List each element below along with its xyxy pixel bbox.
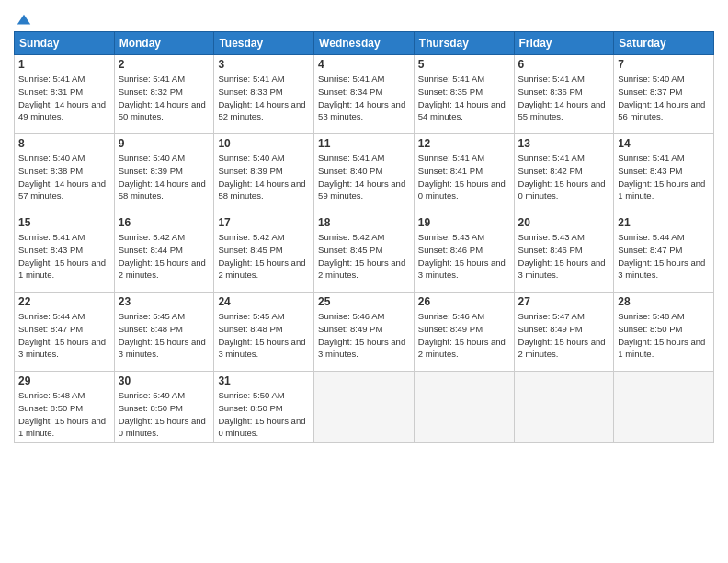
day-info: Sunrise: 5:46 AMSunset: 8:49 PMDaylight:…: [318, 311, 405, 359]
calendar-cell: 20 Sunrise: 5:43 AMSunset: 8:46 PMDaylig…: [514, 213, 614, 293]
weekday-thursday: Thursday: [414, 32, 514, 55]
calendar-cell: [514, 372, 614, 443]
day-number: 12: [418, 137, 510, 150]
calendar-cell: 25 Sunrise: 5:46 AMSunset: 8:49 PMDaylig…: [314, 293, 415, 372]
calendar-cell: 21 Sunrise: 5:44 AMSunset: 8:47 PMDaylig…: [614, 213, 714, 293]
day-number: 19: [418, 216, 510, 229]
day-number: 8: [18, 137, 110, 150]
weekday-wednesday: Wednesday: [314, 32, 415, 55]
calendar-cell: 1 Sunrise: 5:41 AMSunset: 8:31 PMDayligh…: [15, 55, 115, 134]
calendar-cell: 17 Sunrise: 5:42 AMSunset: 8:45 PMDaylig…: [214, 213, 314, 293]
calendar-cell: 15 Sunrise: 5:41 AMSunset: 8:43 PMDaylig…: [15, 213, 115, 293]
day-info: Sunrise: 5:42 AMSunset: 8:45 PMDaylight:…: [218, 232, 305, 280]
day-number: 30: [119, 374, 210, 387]
day-info: Sunrise: 5:41 AMSunset: 8:36 PMDaylight:…: [518, 74, 606, 121]
day-info: Sunrise: 5:45 AMSunset: 8:48 PMDaylight:…: [119, 311, 206, 359]
day-number: 23: [119, 295, 210, 308]
calendar-cell: 13 Sunrise: 5:41 AMSunset: 8:42 PMDaylig…: [514, 134, 614, 213]
calendar-cell: 24 Sunrise: 5:45 AMSunset: 8:48 PMDaylig…: [214, 293, 314, 372]
day-info: Sunrise: 5:42 AMSunset: 8:45 PMDaylight:…: [318, 232, 405, 280]
weekday-saturday: Saturday: [614, 32, 714, 55]
day-info: Sunrise: 5:43 AMSunset: 8:46 PMDaylight:…: [518, 232, 606, 280]
calendar-week-4: 22 Sunrise: 5:44 AMSunset: 8:47 PMDaylig…: [15, 293, 714, 372]
svg-marker-0: [17, 15, 30, 25]
calendar-cell: 14 Sunrise: 5:41 AMSunset: 8:43 PMDaylig…: [614, 134, 714, 213]
weekday-tuesday: Tuesday: [214, 32, 314, 55]
day-number: 17: [218, 216, 310, 229]
calendar-cell: 18 Sunrise: 5:42 AMSunset: 8:45 PMDaylig…: [314, 213, 415, 293]
day-number: 9: [119, 137, 210, 150]
calendar-week-1: 1 Sunrise: 5:41 AMSunset: 8:31 PMDayligh…: [15, 55, 714, 134]
day-number: 22: [18, 295, 110, 308]
logo: [14, 9, 32, 26]
page-header: [14, 9, 714, 26]
day-number: 13: [518, 137, 610, 150]
calendar-cell: 16 Sunrise: 5:42 AMSunset: 8:44 PMDaylig…: [114, 213, 214, 293]
calendar-cell: 22 Sunrise: 5:44 AMSunset: 8:47 PMDaylig…: [15, 293, 115, 372]
day-info: Sunrise: 5:41 AMSunset: 8:42 PMDaylight:…: [518, 153, 606, 201]
day-number: 24: [218, 295, 310, 308]
day-number: 5: [418, 58, 510, 71]
calendar-cell: 27 Sunrise: 5:47 AMSunset: 8:49 PMDaylig…: [514, 293, 614, 372]
calendar-cell: 30 Sunrise: 5:49 AMSunset: 8:50 PMDaylig…: [114, 372, 214, 443]
weekday-monday: Monday: [114, 32, 214, 55]
day-info: Sunrise: 5:41 AMSunset: 8:32 PMDaylight:…: [119, 74, 206, 121]
day-info: Sunrise: 5:40 AMSunset: 8:39 PMDaylight:…: [119, 153, 206, 201]
day-number: 25: [318, 295, 410, 308]
calendar-cell: [414, 372, 514, 443]
day-number: 18: [318, 216, 410, 229]
day-number: 2: [119, 58, 210, 71]
day-info: Sunrise: 5:42 AMSunset: 8:44 PMDaylight:…: [119, 232, 206, 280]
day-number: 31: [218, 374, 310, 387]
calendar-cell: [314, 372, 415, 443]
calendar-week-2: 8 Sunrise: 5:40 AMSunset: 8:38 PMDayligh…: [15, 134, 714, 213]
calendar-cell: 5 Sunrise: 5:41 AMSunset: 8:35 PMDayligh…: [414, 55, 514, 134]
day-info: Sunrise: 5:41 AMSunset: 8:31 PMDaylight:…: [18, 74, 106, 121]
day-info: Sunrise: 5:40 AMSunset: 8:37 PMDaylight:…: [618, 74, 705, 121]
calendar-cell: 19 Sunrise: 5:43 AMSunset: 8:46 PMDaylig…: [414, 213, 514, 293]
calendar-cell: 7 Sunrise: 5:40 AMSunset: 8:37 PMDayligh…: [614, 55, 714, 134]
day-number: 28: [618, 295, 710, 308]
day-number: 15: [18, 216, 110, 229]
day-number: 26: [418, 295, 510, 308]
day-info: Sunrise: 5:50 AMSunset: 8:50 PMDaylight:…: [218, 390, 305, 438]
calendar-week-3: 15 Sunrise: 5:41 AMSunset: 8:43 PMDaylig…: [15, 213, 714, 293]
weekday-header-row: SundayMondayTuesdayWednesdayThursdayFrid…: [15, 32, 714, 55]
calendar-cell: 11 Sunrise: 5:41 AMSunset: 8:40 PMDaylig…: [314, 134, 415, 213]
day-info: Sunrise: 5:45 AMSunset: 8:48 PMDaylight:…: [218, 311, 305, 359]
day-number: 14: [618, 137, 710, 150]
day-number: 29: [18, 374, 110, 387]
logo-icon: [16, 13, 32, 29]
calendar-cell: 6 Sunrise: 5:41 AMSunset: 8:36 PMDayligh…: [514, 55, 614, 134]
day-info: Sunrise: 5:41 AMSunset: 8:43 PMDaylight:…: [618, 153, 705, 201]
calendar-cell: 10 Sunrise: 5:40 AMSunset: 8:39 PMDaylig…: [214, 134, 314, 213]
day-number: 4: [318, 58, 410, 71]
weekday-sunday: Sunday: [15, 32, 115, 55]
day-number: 11: [318, 137, 410, 150]
calendar-cell: 23 Sunrise: 5:45 AMSunset: 8:48 PMDaylig…: [114, 293, 214, 372]
day-number: 21: [618, 216, 710, 229]
calendar-table: SundayMondayTuesdayWednesdayThursdayFrid…: [14, 31, 714, 443]
calendar-cell: 26 Sunrise: 5:46 AMSunset: 8:49 PMDaylig…: [414, 293, 514, 372]
day-info: Sunrise: 5:48 AMSunset: 8:50 PMDaylight:…: [18, 390, 106, 438]
day-number: 10: [218, 137, 310, 150]
day-number: 27: [518, 295, 610, 308]
day-number: 6: [518, 58, 610, 71]
day-info: Sunrise: 5:41 AMSunset: 8:34 PMDaylight:…: [318, 74, 405, 121]
day-info: Sunrise: 5:41 AMSunset: 8:43 PMDaylight:…: [18, 232, 106, 280]
day-info: Sunrise: 5:41 AMSunset: 8:35 PMDaylight:…: [418, 74, 506, 121]
calendar-cell: 8 Sunrise: 5:40 AMSunset: 8:38 PMDayligh…: [15, 134, 115, 213]
calendar-body: 1 Sunrise: 5:41 AMSunset: 8:31 PMDayligh…: [15, 55, 714, 443]
day-info: Sunrise: 5:41 AMSunset: 8:40 PMDaylight:…: [318, 153, 405, 201]
calendar-cell: 29 Sunrise: 5:48 AMSunset: 8:50 PMDaylig…: [15, 372, 115, 443]
day-info: Sunrise: 5:46 AMSunset: 8:49 PMDaylight:…: [418, 311, 506, 359]
calendar-cell: 31 Sunrise: 5:50 AMSunset: 8:50 PMDaylig…: [214, 372, 314, 443]
calendar-cell: 2 Sunrise: 5:41 AMSunset: 8:32 PMDayligh…: [114, 55, 214, 134]
calendar-cell: [614, 372, 714, 443]
calendar-cell: 4 Sunrise: 5:41 AMSunset: 8:34 PMDayligh…: [314, 55, 415, 134]
calendar-week-5: 29 Sunrise: 5:48 AMSunset: 8:50 PMDaylig…: [15, 372, 714, 443]
calendar-cell: 9 Sunrise: 5:40 AMSunset: 8:39 PMDayligh…: [114, 134, 214, 213]
day-info: Sunrise: 5:49 AMSunset: 8:50 PMDaylight:…: [119, 390, 206, 438]
day-number: 3: [218, 58, 310, 71]
day-info: Sunrise: 5:43 AMSunset: 8:46 PMDaylight:…: [418, 232, 506, 280]
